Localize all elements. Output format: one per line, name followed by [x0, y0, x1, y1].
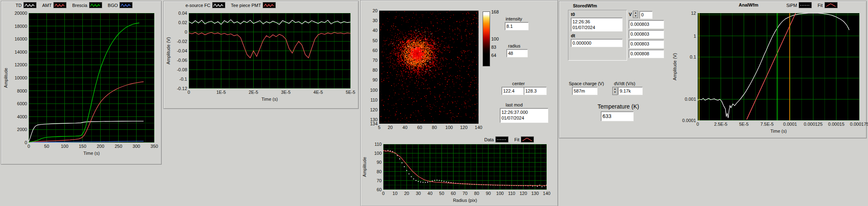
svg-text:8000: 8000: [17, 88, 27, 93]
svg-text:0.000125: 0.000125: [804, 122, 822, 127]
detector-graph-legend: TD AMT Brescia BGO: [16, 2, 133, 8]
dv-dt-stepper[interactable]: ▲▼: [612, 87, 618, 95]
analwfm-graph[interactable]: 02.5E-55E-57.5E-50.00010.0001250.000150.…: [671, 9, 868, 139]
svg-text:2.5E-5: 2.5E-5: [714, 122, 727, 127]
intensity-label: intensity: [506, 16, 522, 21]
waveform-icon: [23, 2, 37, 8]
svg-text:80: 80: [432, 125, 437, 130]
legend-item-bgo[interactable]: BGO: [108, 2, 133, 8]
svg-text:1: 1: [694, 34, 696, 38]
svg-text:100: 100: [374, 151, 382, 156]
svg-text:0.000175: 0.000175: [850, 122, 868, 127]
v-value-3: 0.000808: [629, 50, 664, 58]
svg-text:20: 20: [388, 125, 393, 130]
svg-text:3E-5: 3E-5: [281, 90, 291, 95]
svg-text:100: 100: [61, 144, 68, 149]
legend-label-amt: AMT: [42, 3, 52, 8]
svg-text:4E-5: 4E-5: [314, 90, 323, 95]
array-index-value[interactable]: 0: [639, 11, 653, 19]
svg-text:20: 20: [373, 8, 378, 13]
svg-text:12000: 12000: [14, 62, 27, 67]
svg-text:120: 120: [520, 191, 527, 196]
svg-text:0.04: 0.04: [179, 11, 187, 16]
fc-graph[interactable]: 01E-52E-53E-54E-55E-50.040.020-0.02-0.04…: [165, 10, 356, 106]
svg-text:110: 110: [370, 97, 378, 102]
svg-text:130: 130: [531, 191, 538, 196]
fc-graph-legend: e-source FC Tee piece PMT: [186, 2, 276, 8]
legend-item-tee-piece-pmt[interactable]: Tee piece PMT: [231, 2, 276, 8]
svg-text:70: 70: [373, 58, 378, 63]
dt-label: dt: [571, 33, 575, 38]
svg-text:0.0001: 0.0001: [783, 122, 797, 127]
lastmod-date: 01/07/2024: [502, 115, 547, 121]
svg-text:12: 12: [691, 11, 696, 16]
array-index-stepper[interactable]: ▲▼: [633, 11, 638, 18]
svg-text:0: 0: [27, 144, 30, 149]
colorbar-tick-label: 64: [491, 53, 496, 58]
svg-text:50: 50: [44, 144, 49, 149]
svg-text:140: 140: [475, 125, 482, 130]
svg-text:2000: 2000: [17, 127, 27, 132]
svg-text:Time (s): Time (s): [261, 97, 278, 102]
svg-text:Amplitude: Amplitude: [3, 68, 8, 88]
svg-text:10000: 10000: [14, 75, 27, 80]
v-value-2: 0.000803: [629, 40, 664, 48]
decrement-icon[interactable]: ▼: [633, 14, 638, 18]
svg-text:350: 350: [151, 144, 158, 149]
legend-item-td[interactable]: TD: [16, 2, 37, 8]
center-x-value: 122.4: [502, 87, 524, 95]
svg-text:0: 0: [382, 191, 385, 196]
legend-item-fit[interactable]: Fit: [818, 2, 837, 8]
svg-text:14000: 14000: [14, 50, 27, 54]
t0-label: t0: [571, 12, 575, 17]
increment-icon[interactable]: ▲: [613, 87, 617, 91]
svg-text:250: 250: [115, 144, 122, 149]
svg-text:0: 0: [696, 122, 699, 127]
legend-label-tee-piece-pmt: Tee piece PMT: [231, 3, 261, 8]
waveform-icon: [263, 2, 276, 8]
intensity-colorbar[interactable]: [483, 11, 490, 66]
svg-text:90: 90: [486, 191, 491, 196]
temperature-value: 633: [601, 111, 634, 121]
svg-text:1E-5: 1E-5: [216, 90, 226, 95]
svg-text:60: 60: [377, 187, 382, 192]
legend-item-esource-fc[interactable]: e-source FC: [186, 2, 225, 8]
svg-text:40: 40: [428, 191, 433, 196]
svg-text:134: 134: [370, 121, 378, 126]
dv-dt-control: ▲▼ 9.17k: [612, 87, 643, 95]
svg-text:16000: 16000: [14, 36, 27, 41]
decrement-icon[interactable]: ▼: [613, 91, 617, 94]
legend-label-fit: Fit: [818, 3, 822, 8]
detector-graph[interactable]: 0501001502002503003500200040006000800010…: [2, 10, 159, 162]
colorbar-max-label: 168: [491, 9, 499, 14]
lastmod-value: 12:26:37.000 01/07/2024: [500, 108, 548, 123]
svg-text:Amplitude: Amplitude: [362, 157, 367, 177]
space-charge-label: Space charge (V): [569, 81, 604, 86]
svg-text:7.5E-5: 7.5E-5: [760, 122, 774, 127]
svg-text:40: 40: [373, 28, 378, 33]
legend-label-bgo: BGO: [108, 3, 118, 8]
svg-text:80: 80: [377, 169, 382, 174]
svg-text:80: 80: [373, 68, 378, 72]
ramp-icon: [824, 2, 838, 8]
colorbar-tick-label: 100: [491, 36, 499, 41]
dt-value: 0.000000: [571, 39, 623, 47]
legend-item-amt[interactable]: AMT: [42, 2, 66, 8]
svg-text:40: 40: [403, 125, 408, 130]
svg-text:20000: 20000: [14, 11, 27, 16]
t0-value: 12:26:36 01/07/2024: [571, 18, 623, 32]
t0-time: 12:26:36: [573, 19, 621, 25]
svg-text:100: 100: [496, 191, 504, 196]
dv-dt-value[interactable]: 9.17k: [618, 87, 643, 95]
svg-text:300: 300: [133, 144, 140, 149]
increment-icon[interactable]: ▲: [633, 11, 638, 14]
legend-item-brescia[interactable]: Brescia: [72, 2, 102, 8]
legend-label-td: TD: [16, 3, 22, 8]
storedwfm-cluster: t0 12:26:36 01/07/2024 dt 0.000000: [568, 10, 627, 61]
svg-text:120: 120: [370, 107, 378, 112]
svg-text:0: 0: [185, 29, 187, 34]
legend-item-sipm[interactable]: SiPM: [786, 2, 812, 8]
legend-label-sipm: SiPM: [786, 3, 797, 8]
radial-graph[interactable]: 0102030405060708090100110120130140607080…: [361, 135, 557, 206]
svg-text:5E-5: 5E-5: [739, 122, 749, 127]
